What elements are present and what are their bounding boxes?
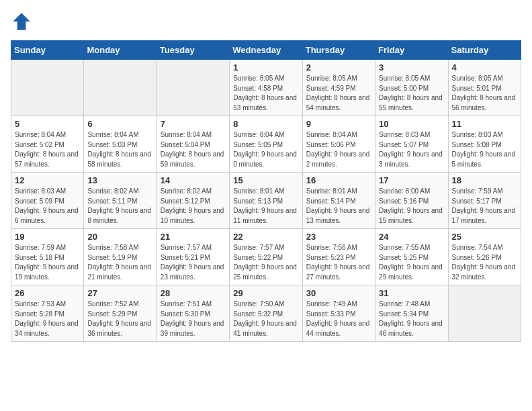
calendar-cell: 14Sunrise: 8:02 AM Sunset: 5:12 PM Dayli…: [157, 173, 229, 229]
day-info: Sunrise: 7:54 AM Sunset: 5:26 PM Dayligh…: [452, 243, 517, 282]
day-number: 15: [233, 175, 298, 185]
day-info: Sunrise: 8:00 AM Sunset: 5:16 PM Dayligh…: [379, 187, 444, 226]
day-number: 29: [233, 288, 298, 298]
day-number: 3: [379, 62, 444, 73]
calendar-cell: 23Sunrise: 7:56 AM Sunset: 5:23 PM Dayli…: [302, 229, 375, 285]
calendar-header: SundayMondayTuesdayWednesdayThursdayFrid…: [11, 41, 521, 60]
calendar-cell: 17Sunrise: 8:00 AM Sunset: 5:16 PM Dayli…: [375, 173, 448, 229]
day-info: Sunrise: 8:05 AM Sunset: 4:59 PM Dayligh…: [306, 74, 371, 113]
day-info: Sunrise: 7:55 AM Sunset: 5:25 PM Dayligh…: [379, 243, 444, 282]
calendar-cell: [448, 285, 521, 342]
calendar-cell: 11Sunrise: 8:03 AM Sunset: 5:08 PM Dayli…: [448, 116, 521, 173]
day-number: 8: [233, 119, 298, 129]
day-info: Sunrise: 8:03 AM Sunset: 5:09 PM Dayligh…: [15, 187, 80, 226]
page-header: [11, 11, 521, 32]
day-number: 13: [87, 175, 152, 185]
calendar-cell: 2Sunrise: 8:05 AM Sunset: 4:59 PM Daylig…: [302, 60, 375, 116]
weekday-header: Wednesday: [230, 41, 302, 60]
calendar-week-row: 19Sunrise: 7:59 AM Sunset: 5:18 PM Dayli…: [11, 229, 521, 285]
calendar-cell: 21Sunrise: 7:57 AM Sunset: 5:21 PM Dayli…: [157, 229, 229, 285]
day-info: Sunrise: 7:51 AM Sunset: 5:30 PM Dayligh…: [161, 300, 226, 338]
day-info: Sunrise: 8:02 AM Sunset: 5:11 PM Dayligh…: [87, 187, 152, 226]
day-info: Sunrise: 8:02 AM Sunset: 5:12 PM Dayligh…: [161, 187, 226, 226]
day-number: 6: [87, 119, 152, 129]
logo-icon: [11, 11, 32, 32]
calendar-cell: 31Sunrise: 7:48 AM Sunset: 5:34 PM Dayli…: [375, 285, 448, 342]
weekday-header: Saturday: [448, 41, 521, 60]
day-info: Sunrise: 7:59 AM Sunset: 5:18 PM Dayligh…: [15, 243, 80, 282]
weekday-header: Sunday: [11, 41, 84, 60]
day-number: 4: [452, 62, 517, 73]
calendar-cell: 8Sunrise: 8:04 AM Sunset: 5:05 PM Daylig…: [230, 116, 302, 173]
day-info: Sunrise: 8:03 AM Sunset: 5:07 PM Dayligh…: [379, 130, 444, 169]
day-info: Sunrise: 8:04 AM Sunset: 5:06 PM Dayligh…: [306, 130, 371, 169]
calendar-cell: 3Sunrise: 8:05 AM Sunset: 5:00 PM Daylig…: [375, 60, 448, 116]
calendar-cell: 19Sunrise: 7:59 AM Sunset: 5:18 PM Dayli…: [11, 229, 84, 285]
day-info: Sunrise: 7:50 AM Sunset: 5:32 PM Dayligh…: [233, 300, 298, 338]
day-number: 7: [161, 119, 226, 129]
day-info: Sunrise: 8:04 AM Sunset: 5:02 PM Dayligh…: [15, 130, 80, 169]
day-info: Sunrise: 8:04 AM Sunset: 5:03 PM Dayligh…: [87, 130, 152, 169]
day-info: Sunrise: 8:05 AM Sunset: 5:01 PM Dayligh…: [452, 74, 517, 113]
calendar-body: 1Sunrise: 8:05 AM Sunset: 4:58 PM Daylig…: [11, 60, 521, 342]
calendar-cell: 13Sunrise: 8:02 AM Sunset: 5:11 PM Dayli…: [84, 173, 157, 229]
day-info: Sunrise: 7:56 AM Sunset: 5:23 PM Dayligh…: [306, 243, 371, 282]
calendar-cell: 15Sunrise: 8:01 AM Sunset: 5:13 PM Dayli…: [230, 173, 302, 229]
calendar-cell: 10Sunrise: 8:03 AM Sunset: 5:07 PM Dayli…: [375, 116, 448, 173]
weekday-header: Monday: [84, 41, 157, 60]
day-number: 22: [233, 232, 298, 242]
calendar-cell: 25Sunrise: 7:54 AM Sunset: 5:26 PM Dayli…: [448, 229, 521, 285]
day-info: Sunrise: 8:03 AM Sunset: 5:08 PM Dayligh…: [452, 130, 517, 169]
calendar-cell: [84, 60, 157, 116]
day-number: 30: [306, 288, 371, 298]
day-info: Sunrise: 8:01 AM Sunset: 5:14 PM Dayligh…: [306, 187, 371, 226]
day-number: 27: [87, 288, 152, 298]
day-number: 16: [306, 175, 371, 185]
day-number: 9: [306, 119, 371, 129]
calendar-cell: 30Sunrise: 7:49 AM Sunset: 5:33 PM Dayli…: [302, 285, 375, 342]
weekday-header: Friday: [375, 41, 448, 60]
day-number: 12: [15, 175, 80, 185]
day-info: Sunrise: 7:57 AM Sunset: 5:21 PM Dayligh…: [161, 243, 226, 282]
day-number: 10: [379, 119, 444, 129]
weekday-header: Thursday: [302, 41, 375, 60]
day-number: 1: [233, 62, 298, 73]
calendar-cell: 16Sunrise: 8:01 AM Sunset: 5:14 PM Dayli…: [302, 173, 375, 229]
day-number: 2: [306, 62, 371, 73]
day-info: Sunrise: 7:48 AM Sunset: 5:34 PM Dayligh…: [379, 300, 444, 338]
day-number: 19: [15, 232, 80, 242]
calendar-cell: 26Sunrise: 7:53 AM Sunset: 5:28 PM Dayli…: [11, 285, 84, 342]
calendar-table: SundayMondayTuesdayWednesdayThursdayFrid…: [11, 40, 521, 342]
svg-marker-0: [13, 13, 30, 30]
calendar-cell: 24Sunrise: 7:55 AM Sunset: 5:25 PM Dayli…: [375, 229, 448, 285]
calendar-cell: 7Sunrise: 8:04 AM Sunset: 5:04 PM Daylig…: [157, 116, 229, 173]
day-number: 20: [87, 232, 152, 242]
logo: [11, 11, 36, 32]
day-number: 5: [15, 119, 80, 129]
day-number: 17: [379, 175, 444, 185]
day-number: 24: [379, 232, 444, 242]
day-info: Sunrise: 8:05 AM Sunset: 4:58 PM Dayligh…: [233, 74, 298, 113]
calendar-cell: 20Sunrise: 7:58 AM Sunset: 5:19 PM Dayli…: [84, 229, 157, 285]
calendar-cell: [11, 60, 84, 116]
day-info: Sunrise: 8:04 AM Sunset: 5:05 PM Dayligh…: [233, 130, 298, 169]
day-info: Sunrise: 8:05 AM Sunset: 5:00 PM Dayligh…: [379, 74, 444, 113]
calendar-cell: 29Sunrise: 7:50 AM Sunset: 5:32 PM Dayli…: [230, 285, 302, 342]
calendar-cell: 6Sunrise: 8:04 AM Sunset: 5:03 PM Daylig…: [84, 116, 157, 173]
day-number: 11: [452, 119, 517, 129]
day-info: Sunrise: 7:49 AM Sunset: 5:33 PM Dayligh…: [306, 300, 371, 338]
day-number: 23: [306, 232, 371, 242]
calendar-week-row: 5Sunrise: 8:04 AM Sunset: 5:02 PM Daylig…: [11, 116, 521, 173]
calendar-week-row: 12Sunrise: 8:03 AM Sunset: 5:09 PM Dayli…: [11, 173, 521, 229]
day-number: 18: [452, 175, 517, 185]
day-info: Sunrise: 7:58 AM Sunset: 5:19 PM Dayligh…: [87, 243, 152, 282]
day-info: Sunrise: 8:04 AM Sunset: 5:04 PM Dayligh…: [161, 130, 226, 169]
calendar-cell: 18Sunrise: 7:59 AM Sunset: 5:17 PM Dayli…: [448, 173, 521, 229]
day-info: Sunrise: 7:57 AM Sunset: 5:22 PM Dayligh…: [233, 243, 298, 282]
calendar-cell: 4Sunrise: 8:05 AM Sunset: 5:01 PM Daylig…: [448, 60, 521, 116]
weekday-header: Tuesday: [157, 41, 229, 60]
calendar-cell: [157, 60, 229, 116]
calendar-cell: 27Sunrise: 7:52 AM Sunset: 5:29 PM Dayli…: [84, 285, 157, 342]
day-number: 25: [452, 232, 517, 242]
day-info: Sunrise: 7:52 AM Sunset: 5:29 PM Dayligh…: [87, 300, 152, 338]
